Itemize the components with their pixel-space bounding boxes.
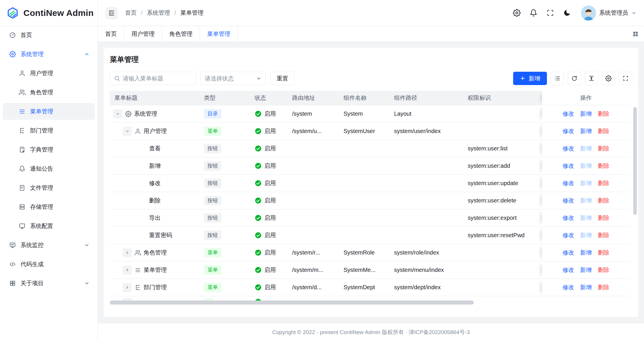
- sidebar-item-file-management[interactable]: 文件管理: [3, 179, 95, 196]
- settings-button[interactable]: [513, 9, 521, 17]
- tab-role-management[interactable]: 角色管理: [162, 26, 200, 42]
- row-expander[interactable]: [113, 110, 122, 118]
- chevron-up-icon: [84, 51, 90, 57]
- vertical-scrollbar-thumb[interactable]: [633, 107, 637, 215]
- toolbar-fullscreen-button[interactable]: [619, 72, 632, 85]
- toolbar-refresh-button[interactable]: [568, 72, 581, 85]
- action-delete-link[interactable]: 删除: [598, 231, 609, 239]
- action-modify-link[interactable]: 修改: [563, 127, 574, 135]
- toolbar-settings-button[interactable]: [602, 72, 615, 85]
- component-name-cell: SystemMe...: [339, 261, 389, 279]
- action-add-link[interactable]: 新增: [580, 110, 592, 118]
- avatar: [581, 5, 596, 21]
- horizontal-scrollbar-thumb[interactable]: [110, 301, 474, 305]
- fullscreen-button[interactable]: [546, 9, 554, 17]
- action-delete-link[interactable]: 删除: [598, 214, 609, 222]
- status-select[interactable]: 请选择状态: [201, 72, 266, 85]
- column-header: 操作: [542, 91, 630, 105]
- action-delete-link[interactable]: 删除: [598, 249, 609, 257]
- type-cell: 按钮: [199, 227, 250, 244]
- action-delete-link[interactable]: 删除: [598, 162, 609, 170]
- tab-home[interactable]: 首页: [98, 26, 124, 42]
- sidebar-item-about-project[interactable]: 关于项目: [3, 275, 95, 292]
- sidebar-item-dictionary-management[interactable]: 字典管理: [3, 141, 95, 158]
- sidebar-item-storage-management[interactable]: 存储管理: [3, 198, 95, 215]
- sidebar-item-label: 关于项目: [21, 279, 84, 287]
- action-delete-link[interactable]: 删除: [598, 127, 609, 135]
- action-add-link[interactable]: 新增: [580, 249, 592, 257]
- action-modify-link[interactable]: 修改: [563, 214, 574, 222]
- toolbar-list-button[interactable]: [551, 72, 564, 85]
- notifications-button[interactable]: [530, 9, 537, 17]
- sidebar-nav: 首页系统管理用户管理角色管理菜单管理部门管理字典管理通知公告文件管理存储管理系统…: [0, 26, 98, 341]
- action-add-link[interactable]: 新增: [580, 283, 592, 291]
- table-row: 部门管理菜单启用/system/d...SystemDeptsystem/dep…: [110, 279, 630, 296]
- actions-cell: 修改新增删除: [542, 244, 630, 261]
- status-cell: 启用: [250, 192, 287, 209]
- sidebar-item-home[interactable]: 首页: [3, 27, 95, 43]
- sidebar-item-system-config[interactable]: 系统配置: [3, 217, 95, 234]
- sidebar-item-label: 部门管理: [30, 127, 91, 134]
- row-expander[interactable]: [123, 266, 131, 274]
- breadcrumb-item[interactable]: 首页: [125, 9, 137, 17]
- action-modify-link[interactable]: 修改: [563, 249, 574, 257]
- action-delete-link[interactable]: 删除: [598, 110, 609, 118]
- row-expander[interactable]: [123, 298, 131, 301]
- sidebar-item-code-generation[interactable]: 代码生成: [3, 256, 95, 272]
- sidebar-item-department-management[interactable]: 部门管理: [3, 122, 95, 139]
- action-add-link[interactable]: 新增: [580, 127, 592, 135]
- sidebar-item-notice-announcement[interactable]: 通知公告: [3, 160, 95, 177]
- action-delete-link[interactable]: 删除: [598, 179, 609, 187]
- column-header: 状态: [250, 91, 287, 105]
- app-logo[interactable]: ContiNew Admin: [0, 0, 98, 26]
- status-label: 启用: [264, 283, 276, 291]
- tab-user-management[interactable]: 用户管理: [124, 26, 162, 42]
- action-delete-link[interactable]: 删除: [598, 266, 609, 274]
- status-cell: [250, 296, 287, 301]
- actions-cell: 修改新增删除: [542, 209, 630, 226]
- action-modify-link[interactable]: 修改: [563, 145, 574, 152]
- action-modify-link[interactable]: 修改: [563, 197, 574, 204]
- action-modify-link[interactable]: 修改: [563, 266, 574, 274]
- footer: Copyright © 2022 - present ContiNew Admi…: [98, 323, 644, 341]
- action-delete-link[interactable]: 删除: [598, 197, 609, 204]
- sidebar-collapse-button[interactable]: [105, 7, 118, 19]
- status-label: 启用: [264, 162, 276, 170]
- type-badge: 按钮: [204, 178, 221, 188]
- table-row: 重置密码按钮启用system:user:resetPwd修改新增删除: [110, 227, 630, 244]
- row-expander[interactable]: [123, 127, 131, 136]
- action-add-link[interactable]: 新增: [580, 266, 592, 274]
- sidebar-item-role-management[interactable]: 角色管理: [3, 84, 95, 101]
- action-modify-link[interactable]: 修改: [563, 179, 574, 187]
- tab-menu-management[interactable]: 菜单管理: [200, 26, 238, 42]
- status-label: 启用: [264, 179, 276, 187]
- sidebar-item-menu-management[interactable]: 菜单管理: [3, 103, 95, 120]
- sidebar-item-system-management[interactable]: 系统管理: [3, 46, 95, 62]
- action-delete-link[interactable]: 删除: [598, 145, 609, 152]
- search-input[interactable]: [123, 75, 192, 82]
- status-label: 启用: [264, 110, 276, 118]
- action-modify-link[interactable]: 修改: [563, 110, 574, 118]
- dark-mode-button[interactable]: [563, 9, 571, 17]
- row-expander[interactable]: [123, 283, 131, 292]
- sidebar-item-user-management[interactable]: 用户管理: [3, 65, 95, 82]
- route-cell: [287, 192, 339, 209]
- action-delete-link[interactable]: 删除: [598, 283, 609, 291]
- reset-button[interactable]: 重置: [270, 72, 294, 85]
- menu-title: 系统管理: [134, 110, 157, 118]
- action-modify-link[interactable]: 修改: [563, 231, 574, 239]
- storage-icon: [19, 204, 25, 210]
- action-modify-link[interactable]: 修改: [563, 283, 574, 291]
- tab-actions-button[interactable]: [627, 26, 644, 42]
- user-menu[interactable]: 系统管理员: [581, 5, 636, 21]
- sidebar-item-system-monitor[interactable]: 系统监控: [3, 237, 95, 253]
- row-expander[interactable]: [123, 248, 131, 257]
- add-button[interactable]: 新增: [513, 72, 547, 85]
- sidebar-item-label: 字典管理: [30, 146, 91, 154]
- breadcrumb-item[interactable]: 系统管理: [147, 9, 170, 17]
- menu-management-card: 菜单管理 请选择状态 重置 新增: [104, 48, 638, 317]
- action-modify-link[interactable]: 修改: [563, 162, 574, 170]
- toolbar-line-height-button[interactable]: [585, 72, 598, 85]
- status-label: 启用: [264, 145, 276, 152]
- table-row: 用户管理菜单启用/system/u...SystemUsersystem/use…: [110, 123, 630, 140]
